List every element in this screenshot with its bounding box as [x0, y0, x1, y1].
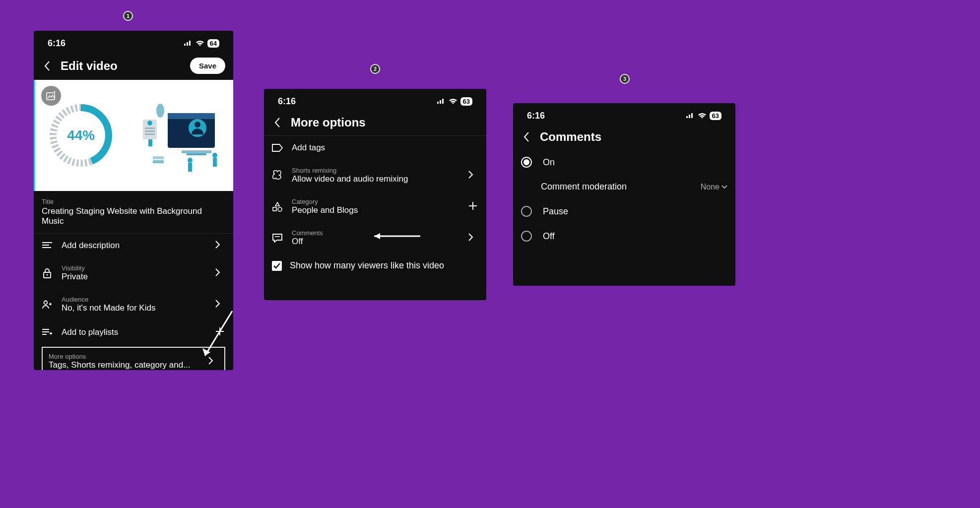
svg-point-9	[156, 104, 164, 118]
category-value: People and Blogs	[292, 205, 459, 215]
chevron-right-icon	[468, 171, 478, 181]
chevron-right-icon	[215, 241, 225, 251]
step-badge-1: 1	[123, 11, 133, 21]
chevron-right-icon	[208, 357, 218, 367]
audience-label: Audience	[62, 296, 206, 303]
shorts-icon	[272, 170, 283, 181]
image-plus-icon	[46, 91, 56, 100]
option-pause[interactable]: Pause	[513, 199, 735, 224]
radio-unselected[interactable]	[521, 231, 532, 242]
category-label: Category	[292, 198, 459, 205]
page-title: Comments	[540, 130, 727, 144]
chevron-right-icon	[215, 300, 225, 310]
row-more-options[interactable]: More options Tags, Shorts remixing, cate…	[42, 347, 225, 370]
svg-rect-21	[153, 160, 164, 163]
status-bar: 6:16 64	[34, 31, 233, 52]
tag-icon	[272, 144, 283, 152]
audience-icon	[42, 300, 53, 309]
battery-indicator: 64	[207, 39, 219, 48]
row-comments[interactable]: Comments Off	[264, 222, 486, 254]
row-category[interactable]: Category People and Blogs	[264, 191, 486, 222]
row-show-likes[interactable]: Show how many viewers like this video	[264, 254, 486, 278]
svg-rect-19	[145, 130, 155, 132]
svg-point-17	[147, 121, 152, 126]
page-title: More options	[291, 116, 478, 129]
cellular-icon	[184, 40, 193, 46]
svg-point-14	[212, 153, 217, 158]
status-time: 6:16	[527, 111, 545, 121]
title-label: Title	[42, 198, 225, 205]
video-thumbnail[interactable]: 44%	[34, 80, 233, 191]
header: More options	[264, 110, 486, 136]
svg-rect-8	[187, 153, 206, 155]
wifi-icon	[196, 40, 204, 47]
status-bar: 6:16 63	[264, 89, 486, 110]
title-field[interactable]: Title Creating Staging Website with Back…	[34, 191, 233, 234]
back-button[interactable]	[521, 131, 532, 142]
plus-icon	[468, 201, 478, 212]
chevron-left-icon	[44, 61, 50, 71]
svg-rect-13	[188, 163, 192, 172]
radio-unselected[interactable]	[521, 206, 532, 217]
visibility-label: Visibility	[62, 264, 206, 272]
save-button[interactable]: Save	[190, 58, 225, 74]
checkbox-checked[interactable]	[272, 261, 282, 271]
wifi-icon	[449, 98, 457, 105]
battery-indicator: 63	[710, 112, 721, 120]
cellular-icon	[437, 98, 446, 104]
shapes-icon	[272, 202, 283, 212]
option-off-label: Off	[543, 231, 555, 242]
visibility-value: Private	[62, 272, 206, 282]
show-likes-label: Show how many viewers like this video	[290, 260, 444, 271]
row-playlists[interactable]: Add to playlists	[34, 320, 233, 345]
back-button[interactable]	[42, 61, 53, 71]
row-audience[interactable]: Audience No, it's not Made for Kids	[34, 289, 233, 320]
step-badge-2: 2	[370, 64, 380, 74]
row-description[interactable]: Add description	[34, 234, 233, 257]
title-value: Creating Staging Website with Background…	[42, 206, 225, 226]
chevron-left-icon	[274, 118, 280, 127]
moderation-label: Comment moderation	[541, 182, 627, 192]
header: Edit video Save	[34, 52, 233, 80]
status-time: 6:16	[48, 38, 65, 49]
shorts-value: Allow video and audio remixing	[292, 174, 459, 184]
svg-rect-28	[273, 207, 276, 211]
lock-icon	[42, 268, 53, 278]
chevron-right-icon	[468, 233, 478, 243]
radio-selected[interactable]	[521, 157, 532, 168]
more-options-label: More options	[49, 353, 199, 360]
cellular-icon	[686, 113, 695, 119]
wifi-icon	[698, 113, 707, 119]
audience-value: No, it's not Made for Kids	[62, 303, 206, 313]
status-time: 6:16	[278, 96, 296, 107]
row-comment-moderation[interactable]: Comment moderation None	[513, 175, 735, 199]
comments-value: Off	[292, 237, 459, 247]
row-shorts-remixing[interactable]: Shorts remixing Allow video and audio re…	[264, 160, 486, 191]
plus-icon	[215, 327, 225, 338]
more-options-value: Tags, Shorts remixing, category and...	[49, 360, 199, 370]
back-button[interactable]	[272, 117, 283, 128]
svg-point-6	[195, 122, 200, 127]
battery-indicator: 63	[460, 97, 472, 106]
status-bar: 6:16 63	[513, 103, 735, 124]
header: Comments	[513, 124, 735, 150]
option-pause-label: Pause	[543, 206, 568, 217]
chevron-left-icon	[523, 132, 529, 142]
svg-rect-4	[168, 113, 215, 119]
screen-more-options: 6:16 63 More options Add tags Shorts rem…	[264, 89, 486, 300]
row-tags[interactable]: Add tags	[264, 136, 486, 160]
option-on-label: On	[543, 157, 555, 168]
progress-donut: 44%	[46, 101, 116, 170]
svg-rect-20	[145, 133, 155, 135]
tags-label: Add tags	[292, 143, 478, 153]
option-on[interactable]: On	[513, 150, 735, 175]
svg-rect-15	[213, 158, 217, 167]
comment-icon	[272, 234, 283, 243]
svg-rect-7	[182, 150, 211, 153]
option-off[interactable]: Off	[513, 224, 735, 249]
svg-point-29	[278, 207, 282, 211]
screen-edit-video: 6:16 64 Edit video Save 44%	[34, 31, 233, 370]
description-icon	[42, 242, 53, 249]
row-description-label: Add description	[62, 241, 206, 251]
row-visibility[interactable]: Visibility Private	[34, 257, 233, 289]
